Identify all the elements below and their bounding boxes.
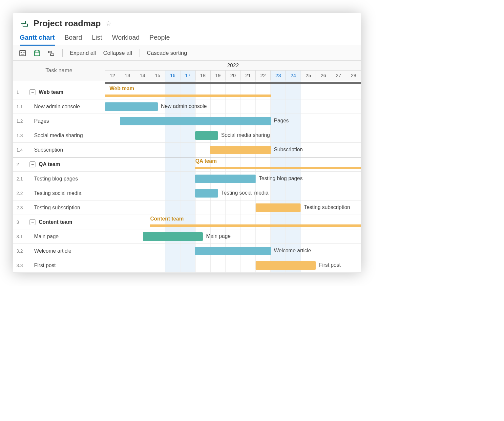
task-group-row[interactable]: 3−Content team (13, 215, 105, 229)
task-bar[interactable] (143, 232, 203, 241)
checklist-icon[interactable] (19, 50, 26, 57)
group-bar[interactable] (105, 95, 271, 97)
tab-board[interactable]: Board (65, 34, 82, 46)
view-tabs: Gantt chartBoardListWorkloadPeople (13, 30, 361, 46)
group-bar[interactable] (195, 167, 361, 169)
task-row[interactable]: 2.3Testing subscription (13, 200, 105, 215)
day-header: 22 (255, 71, 270, 80)
task-bar-label: New admin console (161, 103, 207, 109)
timeline-body: Web teamNew admin consolePagesSocial med… (105, 80, 361, 273)
task-bar-row: Welcome article (105, 244, 361, 258)
task-row[interactable]: 1.2Pages (13, 114, 105, 128)
day-header: 14 (135, 71, 150, 80)
svg-rect-2 (20, 51, 26, 56)
separator (62, 49, 63, 57)
row-index: 2.2 (16, 191, 28, 196)
page-title: Project roadmap (33, 18, 101, 29)
task-row[interactable]: 1.1New admin console (13, 99, 105, 114)
row-index: 1 (16, 90, 26, 95)
task-bar-row: Testing blog pages (105, 172, 361, 186)
collapse-all-button[interactable]: Collapse all (103, 50, 132, 56)
task-row[interactable]: 3.3First post (13, 258, 105, 273)
day-header: 12 (105, 71, 120, 80)
task-bar[interactable] (195, 189, 218, 198)
svg-rect-0 (21, 21, 26, 23)
task-bar[interactable] (210, 146, 271, 154)
group-bar[interactable] (150, 224, 361, 227)
separator (139, 49, 139, 57)
svg-rect-5 (49, 51, 52, 53)
task-bar[interactable] (256, 261, 316, 270)
task-bar-label: Testing subscription (304, 204, 350, 210)
calendar-icon[interactable] (33, 50, 41, 57)
app-window: Project roadmap ☆ Gantt chartBoardListWo… (13, 13, 361, 273)
task-bar[interactable] (195, 131, 218, 140)
cascade-sorting-button[interactable]: Cascade sorting (147, 50, 187, 56)
svg-point-4 (39, 55, 39, 55)
day-header: 26 (316, 71, 331, 80)
day-header: 18 (195, 71, 210, 80)
task-row[interactable]: 1.3Social media sharing (13, 128, 105, 143)
task-row[interactable]: 2.1Testing blog pages (13, 172, 105, 186)
task-label: Welcome article (34, 248, 72, 254)
task-bar-row: First post (105, 258, 361, 273)
task-bar-label: Subscription (274, 147, 303, 153)
favorite-star-icon[interactable]: ☆ (105, 19, 112, 28)
task-group-row[interactable]: 2−QA team (13, 157, 105, 172)
day-header: 16 (165, 71, 180, 80)
tab-workload[interactable]: Workload (112, 34, 139, 46)
svg-rect-6 (51, 54, 54, 55)
project-icon (20, 19, 29, 28)
task-label: QA team (39, 161, 60, 167)
task-label: Subscription (34, 147, 63, 153)
task-name-header: Task name (13, 61, 105, 80)
task-bar[interactable] (195, 247, 270, 255)
task-bar-label: Testing social media (221, 190, 268, 196)
task-bar-row: Social media sharing (105, 128, 361, 143)
task-bar[interactable] (105, 102, 158, 111)
task-bar-row: Subscription (105, 143, 361, 157)
task-row[interactable]: 3.2Welcome article (13, 244, 105, 258)
day-header: 28 (346, 71, 361, 80)
collapse-toggle[interactable]: − (30, 219, 35, 225)
task-label: Testing blog pages (34, 176, 78, 182)
group-bar-label: QA team (195, 158, 217, 164)
task-bar-label: First post (319, 262, 341, 268)
task-row[interactable]: 3.1Main page (13, 229, 105, 244)
tab-gantt-chart[interactable]: Gantt chart (20, 34, 55, 46)
task-bar-label: Main page (206, 233, 231, 239)
task-bar-row: New admin console (105, 99, 361, 114)
task-row[interactable]: 1.4Subscription (13, 143, 105, 157)
timeline-header: 2022 1213141516171819202122232425262728 (105, 61, 361, 80)
collapse-toggle[interactable]: − (30, 89, 35, 95)
day-header: 25 (301, 71, 316, 80)
task-row[interactable]: 2.2Testing social media (13, 186, 105, 200)
task-bar-label: Testing blog pages (259, 176, 303, 181)
timeline-days: 1213141516171819202122232425262728 (105, 71, 361, 80)
tab-people[interactable]: People (149, 34, 170, 46)
toolbar: Expand all Collapse all Cascade sorting (13, 46, 361, 61)
task-label: Testing social media (34, 190, 81, 196)
gantt-icon[interactable] (48, 50, 55, 57)
row-index: 3 (16, 220, 26, 225)
day-header: 13 (120, 71, 135, 80)
row-index: 1.3 (16, 133, 28, 138)
task-bar[interactable] (256, 203, 301, 212)
group-bar-row: QA team (105, 157, 361, 172)
row-index: 1.2 (16, 118, 28, 124)
gantt-view: Task name 1−Web team1.1New admin console… (13, 61, 361, 273)
row-index: 2.1 (16, 176, 28, 181)
group-bar-row: Web team (105, 85, 361, 99)
tab-list[interactable]: List (92, 34, 102, 46)
task-bar[interactable] (120, 117, 271, 125)
day-header: 24 (285, 71, 301, 80)
task-group-row[interactable]: 1−Web team (13, 85, 105, 99)
day-header: 19 (210, 71, 225, 80)
collapse-toggle[interactable]: − (30, 161, 35, 167)
task-label: Content team (39, 219, 72, 225)
row-index: 3.3 (16, 263, 28, 268)
expand-all-button[interactable]: Expand all (70, 50, 96, 56)
group-bar-label: Web team (110, 86, 134, 92)
task-label: Testing subscription (34, 205, 80, 211)
task-bar[interactable] (195, 175, 256, 183)
